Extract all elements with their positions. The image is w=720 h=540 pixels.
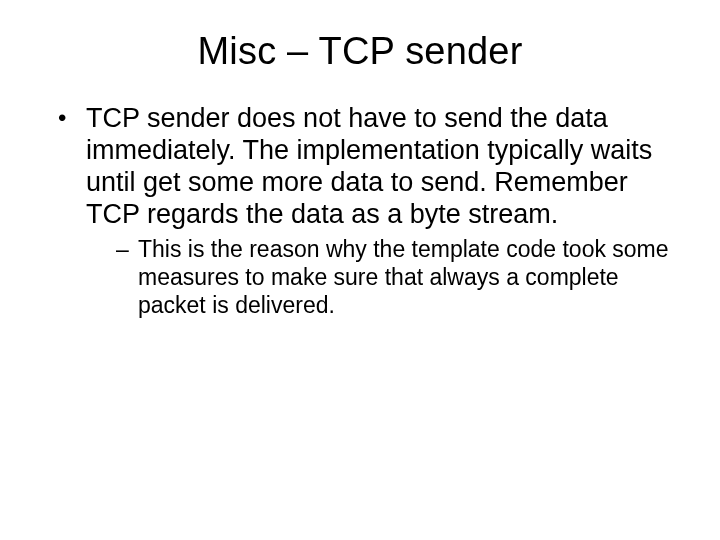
bullet-text: TCP sender does not have to send the dat…: [86, 103, 652, 229]
list-item: This is the reason why the template code…: [116, 236, 680, 319]
list-item: TCP sender does not have to send the dat…: [58, 103, 680, 319]
slide: Misc – TCP sender TCP sender does not ha…: [0, 0, 720, 540]
slide-title: Misc – TCP sender: [40, 30, 680, 73]
sub-bullet-list: This is the reason why the template code…: [86, 236, 680, 319]
bullet-list: TCP sender does not have to send the dat…: [40, 103, 680, 319]
sub-bullet-text: This is the reason why the template code…: [138, 236, 669, 317]
